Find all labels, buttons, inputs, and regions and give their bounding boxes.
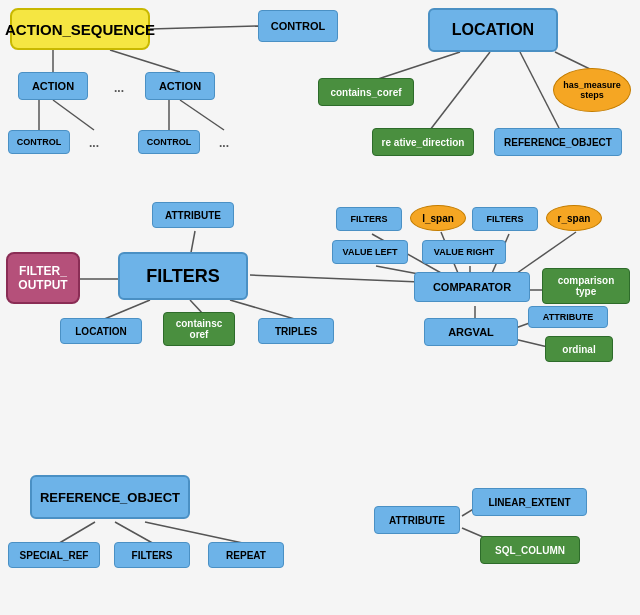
has-measure-steps-node: has_measure steps (553, 68, 631, 112)
svg-line-7 (375, 52, 460, 80)
svg-line-2 (110, 50, 180, 72)
attribute-bot-node: ATTRIBUTE (374, 506, 460, 534)
filters-left-node: FILTERS (336, 207, 402, 231)
action2-node: ACTION (145, 72, 215, 100)
svg-line-15 (230, 300, 298, 320)
action-sequence-node: ACTION_SEQUENCE (10, 8, 150, 50)
svg-line-6 (180, 100, 224, 130)
filters-main-node: FILTERS (118, 252, 248, 300)
linear-extent-node: LINEAR_EXTENT (472, 488, 587, 516)
location-mid-node: LOCATION (60, 318, 142, 344)
repeat-node: REPEAT (208, 542, 284, 568)
special-ref-node: SPECIAL_REF (8, 542, 100, 568)
dots-top-node: ... (105, 78, 133, 98)
filters-right-node: FILTERS (472, 207, 538, 231)
value-right-node: VALUE RIGHT (422, 240, 506, 264)
control-top-node: CONTROL (258, 10, 338, 42)
control2-node: CONTROL (138, 130, 200, 154)
argval-node: ARGVAL (424, 318, 518, 346)
svg-line-16 (250, 275, 420, 282)
contains-coref-top-node: contains_coref (318, 78, 414, 106)
r-span-node: r_span (546, 205, 602, 231)
triples-node: TRIPLES (258, 318, 334, 344)
svg-line-4 (53, 100, 94, 130)
svg-line-9 (430, 52, 490, 130)
containsc-oref-node: containsc oref (163, 312, 235, 346)
svg-line-0 (150, 26, 258, 29)
dots3-node: ... (212, 134, 236, 152)
comparator-node: COMPARATOR (414, 272, 530, 302)
sql-column-node: SQL_COLUMN (480, 536, 580, 564)
value-left-node: VALUE LEFT (332, 240, 408, 264)
l-span-node: l_span (410, 205, 466, 231)
action1-node: ACTION (18, 72, 88, 100)
svg-line-13 (102, 300, 150, 320)
ordinal-node: ordinal (545, 336, 613, 362)
dots2-node: ... (82, 134, 106, 152)
comparison-type-node: comparison type (542, 268, 630, 304)
location-node: LOCATION (428, 8, 558, 52)
control1-node: CONTROL (8, 130, 70, 154)
reference-object-bot-node: REFERENCE_OBJECT (30, 475, 190, 519)
relative-direction-node: re ative_direction (372, 128, 474, 156)
filters-bot-node: FILTERS (114, 542, 190, 568)
reference-object-top-node: REFERENCE_OBJECT (494, 128, 622, 156)
attribute-mid-node: ATTRIBUTE (152, 202, 234, 228)
filter-output-node: FILTER_ OUTPUT (6, 252, 80, 304)
attribute-argval-node: ATTRIBUTE (528, 306, 608, 328)
